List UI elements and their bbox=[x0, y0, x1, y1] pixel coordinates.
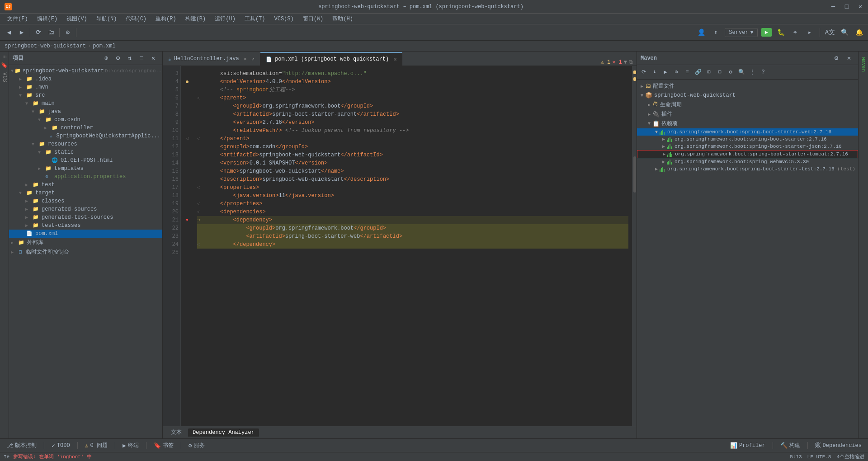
terminal-button[interactable]: ▶ 终端 bbox=[120, 441, 142, 450]
maven-dependencies[interactable]: ▼ 📋 依赖项 bbox=[637, 119, 858, 128]
menu-tools[interactable]: 工具(T) bbox=[241, 14, 269, 24]
tree-pom-xml[interactable]: ▶ 📄 pom.xml bbox=[9, 230, 162, 238]
tree-app-properties[interactable]: ▶ ⚙ application.properties bbox=[9, 173, 162, 181]
maven-link-button[interactable]: 🔗 bbox=[693, 67, 703, 77]
update-button[interactable]: ⬆ bbox=[710, 27, 721, 38]
menu-file[interactable]: 文件(F) bbox=[4, 14, 32, 24]
breadcrumb-file[interactable]: pom.xml bbox=[93, 43, 115, 49]
tree-idea[interactable]: ▶ 📁 .idea bbox=[9, 75, 162, 83]
tab-more-button[interactable]: ▼ bbox=[624, 59, 627, 66]
maven-dep-spring-webmvc[interactable]: ▶ org.springframework.boot:spring-webmvc… bbox=[637, 158, 858, 165]
code-content[interactable]: xsi:schemaLocation="http://maven.apache.… bbox=[193, 66, 632, 426]
maven-expand-button[interactable]: ⊞ bbox=[704, 67, 714, 77]
menu-help[interactable]: 帮助(H) bbox=[329, 14, 357, 24]
maven-settings-button[interactable]: ⚙ bbox=[831, 53, 842, 64]
maven-more-button[interactable]: ⋮ bbox=[747, 67, 757, 77]
forward-button[interactable]: ▶ bbox=[16, 27, 27, 38]
tree-generated-test-sources[interactable]: ▶ 📁 generated-test-sources bbox=[9, 213, 162, 221]
maven-plugins[interactable]: ▶ 🔌 插件 bbox=[637, 109, 858, 119]
sidebar-add-button[interactable]: ⊕ bbox=[101, 53, 112, 64]
menu-code[interactable]: 代码(C) bbox=[122, 14, 150, 24]
breadcrumb-project[interactable]: springboot-web-quickstart bbox=[5, 43, 86, 49]
maven-lifecycle-button[interactable]: ≡ bbox=[682, 67, 692, 77]
back-button[interactable]: ◀ bbox=[4, 27, 14, 38]
encoding-status[interactable]: LF UTF-8 bbox=[807, 454, 831, 460]
vcs-button[interactable]: ⎇ 版本控制 bbox=[4, 441, 39, 450]
more-run-button[interactable]: ▸ bbox=[804, 27, 815, 38]
indent-status[interactable]: 4个空格缩进 bbox=[836, 453, 864, 460]
bottom-tab-text[interactable]: 文本 bbox=[166, 428, 186, 437]
tree-generated-sources[interactable]: ▶ 📁 generated-sources bbox=[9, 205, 162, 213]
tree-test-classes[interactable]: ▶ 📁 test-classes bbox=[9, 221, 162, 230]
minimize-button[interactable]: ─ bbox=[830, 4, 836, 10]
menu-navigate[interactable]: 导航(N) bbox=[93, 14, 121, 24]
maven-add-button[interactable]: ⊕ bbox=[671, 67, 681, 77]
maven-project-root[interactable]: ▼ 📦 springboot-web-quickstart bbox=[637, 91, 858, 100]
run-button[interactable]: ▶ bbox=[761, 28, 772, 37]
menu-build[interactable]: 构建(B) bbox=[182, 14, 210, 24]
bottom-tab-dependency-analyzer[interactable]: Dependency Analyzer bbox=[188, 428, 259, 437]
sidebar-expand-button[interactable]: ⇅ bbox=[124, 53, 135, 64]
maven-lifecycle[interactable]: ▶ ⏱ 生命周期 bbox=[637, 100, 858, 109]
tree-java[interactable]: ▼ 📁 java bbox=[9, 108, 162, 116]
maven-config-files[interactable]: ▶ 🗂 配置文件 bbox=[637, 81, 858, 91]
editor-scrollbar[interactable] bbox=[632, 66, 637, 426]
tree-root[interactable]: ▼ 📁 springboot-web-quickstart D:\csdn\sp… bbox=[9, 67, 162, 75]
build-button[interactable]: 🔨 构建 bbox=[778, 441, 803, 450]
problems-button[interactable]: ⚠ 0 问题 bbox=[82, 441, 110, 450]
notifications-button[interactable]: 🔔 bbox=[854, 27, 864, 38]
maven-close-button[interactable]: ✕ bbox=[844, 53, 854, 64]
menu-run[interactable]: 运行(U) bbox=[211, 14, 239, 24]
tree-src[interactable]: ▼ 📁 src bbox=[9, 91, 162, 99]
maven-collapse-button[interactable]: ⊟ bbox=[715, 67, 725, 77]
tab-pom-xml[interactable]: 📄 pom.xml (springboot-web-quickstart) ✕ bbox=[260, 52, 402, 66]
profiler-button[interactable]: 📊 Profiler bbox=[727, 441, 768, 450]
todo-button[interactable]: ✓ TODO bbox=[49, 441, 73, 450]
tab-pom-close[interactable]: ✕ bbox=[393, 56, 396, 63]
vcs-side-icon[interactable]: VCS bbox=[1, 72, 8, 82]
tree-static[interactable]: ▼ 📁 static bbox=[9, 148, 162, 156]
sidebar-gear-button[interactable]: ⚙ bbox=[113, 53, 123, 64]
tree-springboot-app[interactable]: ▶ ☕ SpringbootWebQuickstartApplic... bbox=[9, 132, 162, 140]
line-col-status[interactable]: 5:13 bbox=[790, 454, 802, 460]
maximize-button[interactable]: □ bbox=[844, 4, 850, 10]
structure-icon[interactable]: ≡ bbox=[1, 55, 8, 58]
maven-help-button[interactable]: ? bbox=[758, 67, 768, 77]
tree-main[interactable]: ▼ 📁 main bbox=[9, 99, 162, 108]
tree-com-csdn[interactable]: ▼ 📁 com.csdn bbox=[9, 116, 162, 124]
tab-hello-controller[interactable]: ☕ HelloController.java ✕ ↗ bbox=[163, 52, 260, 66]
split-editor-button[interactable]: ⧉ bbox=[629, 59, 633, 66]
search-button[interactable]: 🔍 bbox=[839, 27, 850, 38]
tree-get-post-html[interactable]: ▶ 🌐 01.GET-POST.html bbox=[9, 156, 162, 165]
tree-controller[interactable]: ▶ 📁 controller bbox=[9, 124, 162, 132]
bookmarks-button[interactable]: 🔖 书签 bbox=[151, 441, 176, 450]
tree-test[interactable]: ▶ 📁 test bbox=[9, 181, 162, 189]
menu-refactor[interactable]: 重构(R) bbox=[152, 14, 180, 24]
server-dropdown[interactable]: Server ▼ bbox=[725, 28, 757, 37]
services-button[interactable]: ⚙ 服务 bbox=[186, 441, 208, 450]
translate-button[interactable]: A文 bbox=[825, 27, 835, 38]
close-button[interactable]: ✕ bbox=[857, 4, 863, 10]
tree-target[interactable]: ▼ 📁 target bbox=[9, 189, 162, 197]
sidebar-close-button[interactable]: ✕ bbox=[148, 53, 159, 64]
tree-classes[interactable]: ▶ 📁 classes bbox=[9, 197, 162, 205]
maven-settings2-button[interactable]: ⚙ bbox=[726, 67, 736, 77]
sync-button[interactable]: ⟳ bbox=[33, 27, 44, 38]
tree-mvn[interactable]: ▶ 📁 .mvn bbox=[9, 83, 162, 91]
menu-view[interactable]: 视图(V) bbox=[63, 14, 91, 24]
project-structure-button[interactable]: 🗂 bbox=[46, 27, 57, 38]
maven-dep-spring-boot-starter-json[interactable]: ▶ org.springframework.boot:spring-boot-s… bbox=[637, 143, 858, 150]
tab-hello-close[interactable]: ✕ bbox=[244, 56, 247, 62]
maven-dep-spring-boot-starter-test[interactable]: ▶ org.springframework.boot:spring-boot-s… bbox=[637, 165, 858, 173]
tree-resources[interactable]: ▼ 📁 resources bbox=[9, 140, 162, 148]
sidebar-settings-button[interactable]: ≡ bbox=[136, 53, 147, 64]
maven-dep-spring-boot-starter-web[interactable]: ▼ org.springframework.boot:spring-boot-s… bbox=[637, 128, 858, 136]
tree-external-libs[interactable]: ▶ 📁 外部库 bbox=[9, 238, 162, 247]
scrollbar-thumb[interactable] bbox=[633, 156, 636, 193]
maven-refresh-button[interactable]: ⟳ bbox=[639, 67, 649, 77]
menu-edit[interactable]: 编辑(E) bbox=[33, 14, 61, 24]
menu-vcs[interactable]: VCS(S) bbox=[270, 15, 297, 23]
menu-window[interactable]: 窗口(W) bbox=[299, 14, 327, 24]
debug-button[interactable]: 🐛 bbox=[775, 27, 786, 38]
maven-dep-spring-boot-starter-tomcat[interactable]: ▶ org.springframework.boot:spring-boot-s… bbox=[637, 150, 858, 158]
